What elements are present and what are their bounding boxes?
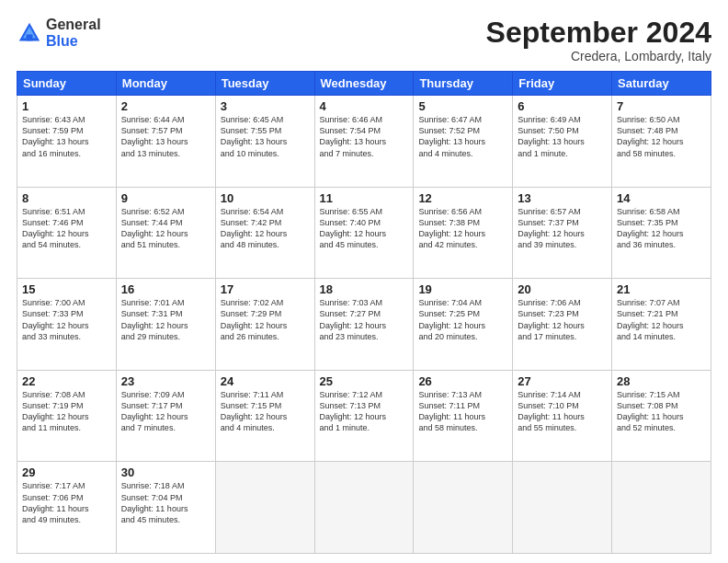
col-saturday: Saturday — [612, 72, 711, 96]
calendar-week-2: 8Sunrise: 6:51 AMSunset: 7:46 PMDaylight… — [17, 187, 711, 279]
day-number: 25 — [320, 374, 409, 388]
day-number: 4 — [320, 99, 409, 113]
col-monday: Monday — [116, 72, 215, 96]
table-row: 8Sunrise: 6:51 AMSunset: 7:46 PMDaylight… — [17, 187, 117, 279]
day-number: 21 — [617, 282, 706, 296]
day-info: Sunrise: 7:07 AMSunset: 7:21 PMDaylight:… — [617, 297, 706, 342]
day-info: Sunrise: 6:51 AMSunset: 7:46 PMDaylight:… — [22, 206, 111, 251]
table-row — [314, 462, 414, 554]
table-row: 11Sunrise: 6:55 AMSunset: 7:40 PMDayligh… — [314, 187, 414, 279]
table-row: 24Sunrise: 7:11 AMSunset: 7:15 PMDayligh… — [215, 370, 314, 462]
table-row: 17Sunrise: 7:02 AMSunset: 7:29 PMDayligh… — [215, 279, 314, 371]
table-row: 15Sunrise: 7:00 AMSunset: 7:33 PMDayligh… — [17, 279, 117, 371]
table-row — [513, 462, 612, 554]
day-info: Sunrise: 6:44 AMSunset: 7:57 PMDaylight:… — [121, 114, 210, 159]
logo-general-text: General — [46, 17, 101, 33]
day-number: 30 — [121, 465, 210, 479]
table-row: 5Sunrise: 6:47 AMSunset: 7:52 PMDaylight… — [414, 96, 513, 188]
day-info: Sunrise: 6:56 AMSunset: 7:38 PMDaylight:… — [418, 206, 507, 251]
day-info: Sunrise: 7:18 AMSunset: 7:04 PMDaylight:… — [121, 480, 210, 525]
calendar-week-3: 15Sunrise: 7:00 AMSunset: 7:33 PMDayligh… — [17, 279, 711, 371]
table-row: 30Sunrise: 7:18 AMSunset: 7:04 PMDayligh… — [116, 462, 215, 554]
day-info: Sunrise: 7:08 AMSunset: 7:19 PMDaylight:… — [22, 389, 111, 434]
col-wednesday: Wednesday — [314, 72, 414, 96]
day-number: 12 — [418, 191, 507, 205]
day-number: 16 — [121, 282, 210, 296]
day-number: 10 — [221, 191, 310, 205]
day-number: 15 — [22, 282, 111, 296]
table-row: 25Sunrise: 7:12 AMSunset: 7:13 PMDayligh… — [314, 370, 414, 462]
day-info: Sunrise: 7:04 AMSunset: 7:25 PMDaylight:… — [418, 297, 507, 342]
day-info: Sunrise: 6:47 AMSunset: 7:52 PMDaylight:… — [418, 114, 507, 159]
table-row: 7Sunrise: 6:50 AMSunset: 7:48 PMDaylight… — [612, 96, 711, 188]
table-row: 18Sunrise: 7:03 AMSunset: 7:27 PMDayligh… — [314, 279, 414, 371]
table-row — [414, 462, 513, 554]
table-row: 1Sunrise: 6:43 AMSunset: 7:59 PMDaylight… — [17, 96, 117, 188]
day-number: 6 — [518, 99, 607, 113]
day-info: Sunrise: 6:46 AMSunset: 7:54 PMDaylight:… — [320, 114, 409, 159]
day-number: 2 — [121, 99, 210, 113]
logo: General Blue — [17, 17, 101, 49]
day-info: Sunrise: 7:13 AMSunset: 7:11 PMDaylight:… — [418, 389, 507, 434]
day-info: Sunrise: 6:43 AMSunset: 7:59 PMDaylight:… — [22, 114, 111, 159]
day-info: Sunrise: 7:09 AMSunset: 7:17 PMDaylight:… — [121, 389, 210, 434]
day-info: Sunrise: 6:58 AMSunset: 7:35 PMDaylight:… — [617, 206, 706, 251]
day-number: 9 — [121, 191, 210, 205]
table-row: 29Sunrise: 7:17 AMSunset: 7:06 PMDayligh… — [17, 462, 117, 554]
table-row: 10Sunrise: 6:54 AMSunset: 7:42 PMDayligh… — [215, 187, 314, 279]
day-number: 22 — [22, 374, 111, 388]
day-number: 13 — [518, 191, 607, 205]
table-row: 28Sunrise: 7:15 AMSunset: 7:08 PMDayligh… — [612, 370, 711, 462]
day-number: 18 — [320, 282, 409, 296]
day-info: Sunrise: 7:03 AMSunset: 7:27 PMDaylight:… — [320, 297, 409, 342]
table-row: 20Sunrise: 7:06 AMSunset: 7:23 PMDayligh… — [513, 279, 612, 371]
day-info: Sunrise: 6:50 AMSunset: 7:48 PMDaylight:… — [617, 114, 706, 159]
day-info: Sunrise: 7:12 AMSunset: 7:13 PMDaylight:… — [320, 389, 409, 434]
table-row: 22Sunrise: 7:08 AMSunset: 7:19 PMDayligh… — [17, 370, 117, 462]
calendar-week-1: 1Sunrise: 6:43 AMSunset: 7:59 PMDaylight… — [17, 96, 711, 188]
day-number: 20 — [518, 282, 607, 296]
table-row: 27Sunrise: 7:14 AMSunset: 7:10 PMDayligh… — [513, 370, 612, 462]
table-row: 3Sunrise: 6:45 AMSunset: 7:55 PMDaylight… — [215, 96, 314, 188]
table-row: 12Sunrise: 6:56 AMSunset: 7:38 PMDayligh… — [414, 187, 513, 279]
svg-rect-2 — [27, 34, 33, 40]
day-info: Sunrise: 7:15 AMSunset: 7:08 PMDaylight:… — [617, 389, 706, 434]
day-number: 3 — [221, 99, 310, 113]
calendar-week-4: 22Sunrise: 7:08 AMSunset: 7:19 PMDayligh… — [17, 370, 711, 462]
table-row: 23Sunrise: 7:09 AMSunset: 7:17 PMDayligh… — [116, 370, 215, 462]
location: Credera, Lombardy, Italy — [486, 49, 711, 63]
day-number: 26 — [418, 374, 507, 388]
day-number: 14 — [617, 191, 706, 205]
month-title: September 2024 — [486, 17, 711, 49]
calendar-week-5: 29Sunrise: 7:17 AMSunset: 7:06 PMDayligh… — [17, 462, 711, 554]
title-block: September 2024 Credera, Lombardy, Italy — [486, 17, 711, 63]
day-number: 1 — [22, 99, 111, 113]
day-number: 11 — [320, 191, 409, 205]
day-info: Sunrise: 6:54 AMSunset: 7:42 PMDaylight:… — [221, 206, 310, 251]
table-row: 21Sunrise: 7:07 AMSunset: 7:21 PMDayligh… — [612, 279, 711, 371]
day-number: 23 — [121, 374, 210, 388]
page: General Blue September 2024 Credera, Lom… — [0, 0, 728, 563]
header: General Blue September 2024 Credera, Lom… — [17, 17, 711, 63]
day-number: 5 — [418, 99, 507, 113]
table-row: 4Sunrise: 6:46 AMSunset: 7:54 PMDaylight… — [314, 96, 414, 188]
day-info: Sunrise: 7:17 AMSunset: 7:06 PMDaylight:… — [22, 480, 111, 525]
col-friday: Friday — [513, 72, 612, 96]
table-row: 6Sunrise: 6:49 AMSunset: 7:50 PMDaylight… — [513, 96, 612, 188]
logo-blue-text: Blue — [46, 33, 101, 50]
day-number: 8 — [22, 191, 111, 205]
day-number: 24 — [221, 374, 310, 388]
day-number: 19 — [418, 282, 507, 296]
table-row: 13Sunrise: 6:57 AMSunset: 7:37 PMDayligh… — [513, 187, 612, 279]
table-row: 19Sunrise: 7:04 AMSunset: 7:25 PMDayligh… — [414, 279, 513, 371]
table-row: 14Sunrise: 6:58 AMSunset: 7:35 PMDayligh… — [612, 187, 711, 279]
logo-text: General Blue — [46, 17, 101, 49]
day-number: 17 — [221, 282, 310, 296]
col-sunday: Sunday — [17, 72, 117, 96]
day-number: 27 — [518, 374, 607, 388]
day-number: 28 — [617, 374, 706, 388]
day-info: Sunrise: 6:52 AMSunset: 7:44 PMDaylight:… — [121, 206, 210, 251]
day-info: Sunrise: 6:57 AMSunset: 7:37 PMDaylight:… — [518, 206, 607, 251]
calendar-header-row: Sunday Monday Tuesday Wednesday Thursday… — [17, 72, 711, 96]
day-info: Sunrise: 7:11 AMSunset: 7:15 PMDaylight:… — [221, 389, 310, 434]
